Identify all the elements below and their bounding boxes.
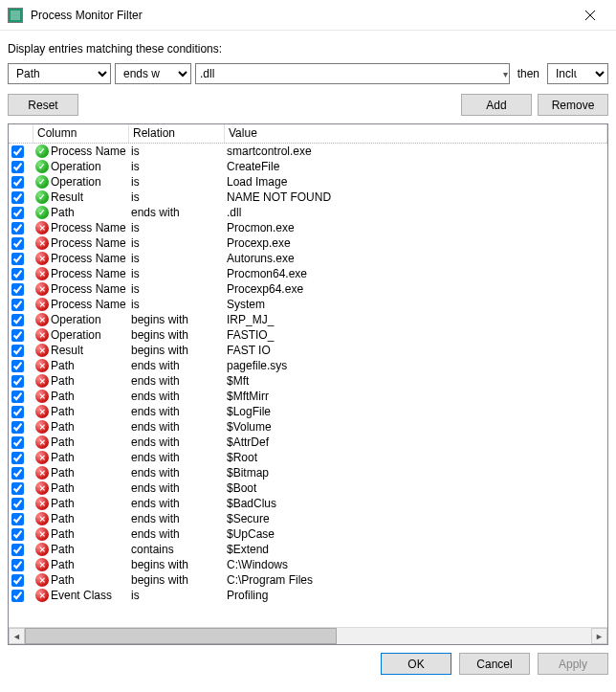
row-relation-label: ends with — [129, 420, 225, 434]
row-value-label: $UpCase — [225, 527, 607, 541]
row-checkbox[interactable] — [11, 467, 24, 480]
row-checkbox-cell — [9, 574, 33, 587]
table-row[interactable]: Pathends with$Root — [9, 450, 607, 465]
row-checkbox-cell — [9, 222, 33, 234]
ok-button[interactable]: OK — [381, 653, 451, 675]
row-column-cell: Result — [33, 190, 129, 204]
close-button[interactable] — [568, 1, 612, 30]
table-row[interactable]: Pathends with$Secure — [9, 511, 607, 526]
scroll-thumb[interactable] — [25, 628, 337, 644]
row-relation-label: ends with — [129, 435, 225, 449]
scroll-track[interactable] — [25, 628, 591, 644]
table-row[interactable]: Process NameisProcmon.exe — [9, 220, 607, 235]
row-checkbox[interactable] — [11, 482, 24, 495]
table-row[interactable]: Process NameisProcmon64.exe — [9, 266, 607, 281]
value-input[interactable] — [195, 63, 510, 84]
table-row[interactable]: Process NameisProcexp.exe — [9, 235, 607, 251]
table-row[interactable]: Pathcontains$Extend — [9, 542, 607, 557]
row-checkbox[interactable] — [11, 207, 24, 219]
row-checkbox[interactable] — [11, 237, 24, 250]
table-row[interactable]: Pathends with$AttrDef — [9, 435, 607, 450]
row-checkbox[interactable] — [11, 391, 24, 403]
table-row[interactable]: Process NameisProcexp64.exe — [9, 281, 607, 297]
row-checkbox[interactable] — [11, 528, 24, 541]
row-checkbox[interactable] — [11, 436, 24, 449]
header-column[interactable]: Column — [33, 124, 129, 143]
row-checkbox[interactable] — [11, 268, 24, 280]
table-row[interactable]: Process NameisSystem — [9, 297, 607, 312]
relation-select[interactable]: ends with — [115, 63, 191, 84]
table-row[interactable]: ResultisNAME NOT FOUND — [9, 190, 607, 205]
table-row[interactable]: Process NameisAutoruns.exe — [9, 251, 607, 266]
apply-button[interactable]: Apply — [538, 653, 608, 675]
exclude-icon — [35, 420, 49, 434]
column-select[interactable]: Path — [8, 63, 111, 84]
table-row[interactable]: Pathends with$UpCase — [9, 526, 607, 542]
table-row[interactable]: Pathends with.dll — [9, 205, 607, 220]
table-row[interactable]: OperationisCreateFile — [9, 159, 607, 174]
table-row[interactable]: Operationbegins withIRP_MJ_ — [9, 312, 607, 327]
row-column-cell: Process Name — [33, 282, 129, 296]
row-checkbox[interactable] — [11, 191, 24, 204]
row-relation-label: ends with — [129, 497, 225, 510]
row-checkbox[interactable] — [11, 283, 24, 296]
table-row[interactable]: Event ClassisProfiling — [9, 588, 607, 603]
table-row[interactable]: Pathends with$MftMirr — [9, 389, 607, 404]
exclude-icon — [35, 451, 49, 464]
row-checkbox[interactable] — [11, 452, 24, 464]
row-checkbox[interactable] — [11, 222, 24, 234]
row-checkbox-cell — [9, 145, 33, 158]
include-icon — [35, 160, 49, 173]
row-checkbox[interactable] — [11, 299, 24, 311]
table-row[interactable]: Pathbegins withC:\Windows — [9, 557, 607, 572]
table-row[interactable]: Process Nameissmartcontrol.exe — [9, 144, 607, 159]
scroll-right-icon[interactable]: ► — [591, 628, 607, 644]
row-checkbox[interactable] — [11, 559, 24, 571]
row-checkbox[interactable] — [11, 590, 24, 602]
header-relation[interactable]: Relation — [129, 124, 225, 143]
row-relation-label: is — [129, 236, 225, 250]
row-checkbox[interactable] — [11, 329, 24, 342]
row-checkbox[interactable] — [11, 360, 24, 372]
row-checkbox[interactable] — [11, 544, 24, 556]
row-checkbox[interactable] — [11, 421, 24, 434]
row-checkbox[interactable] — [11, 513, 24, 525]
row-checkbox[interactable] — [11, 253, 24, 265]
table-row[interactable]: OperationisLoad Image — [9, 174, 607, 190]
table-row[interactable]: Resultbegins withFAST IO — [9, 343, 607, 358]
table-row[interactable]: Pathbegins withC:\Program Files — [9, 572, 607, 588]
header-value[interactable]: Value — [225, 124, 607, 143]
table-row[interactable]: Operationbegins withFASTIO_ — [9, 327, 607, 343]
row-checkbox[interactable] — [11, 176, 24, 189]
horizontal-scrollbar[interactable]: ◄ ► — [9, 627, 607, 644]
row-value-label: $Boot — [225, 481, 607, 495]
row-checkbox[interactable] — [11, 406, 24, 418]
table-row[interactable]: Pathends with$Mft — [9, 373, 607, 389]
table-row[interactable]: Pathends with$Bitmap — [9, 465, 607, 480]
row-value-label: Procmon64.exe — [225, 267, 607, 280]
header-blank[interactable] — [9, 124, 33, 143]
row-column-cell: Path — [33, 481, 129, 495]
table-row[interactable]: Pathends with$LogFile — [9, 404, 607, 419]
exclude-icon — [35, 558, 49, 571]
row-checkbox[interactable] — [11, 375, 24, 388]
row-value-label: CreateFile — [225, 160, 607, 173]
reset-button[interactable]: Reset — [8, 94, 78, 116]
table-row[interactable]: Pathends with$Boot — [9, 480, 607, 496]
remove-button[interactable]: Remove — [538, 94, 608, 116]
action-select[interactable]: Include — [547, 63, 608, 84]
scroll-left-icon[interactable]: ◄ — [9, 628, 25, 644]
table-row[interactable]: Pathends withpagefile.sys — [9, 358, 607, 373]
table-row[interactable]: Pathends with$Volume — [9, 419, 607, 435]
row-checkbox[interactable] — [11, 574, 24, 587]
row-checkbox[interactable] — [11, 345, 24, 357]
cancel-button[interactable]: Cancel — [459, 653, 530, 675]
row-checkbox-cell — [9, 452, 33, 464]
row-checkbox[interactable] — [11, 145, 24, 158]
table-row[interactable]: Pathends with$BadClus — [9, 496, 607, 511]
add-button[interactable]: Add — [461, 94, 532, 116]
row-checkbox[interactable] — [11, 314, 24, 326]
row-relation-label: is — [129, 160, 225, 173]
row-checkbox[interactable] — [11, 161, 24, 173]
row-checkbox[interactable] — [11, 498, 24, 510]
